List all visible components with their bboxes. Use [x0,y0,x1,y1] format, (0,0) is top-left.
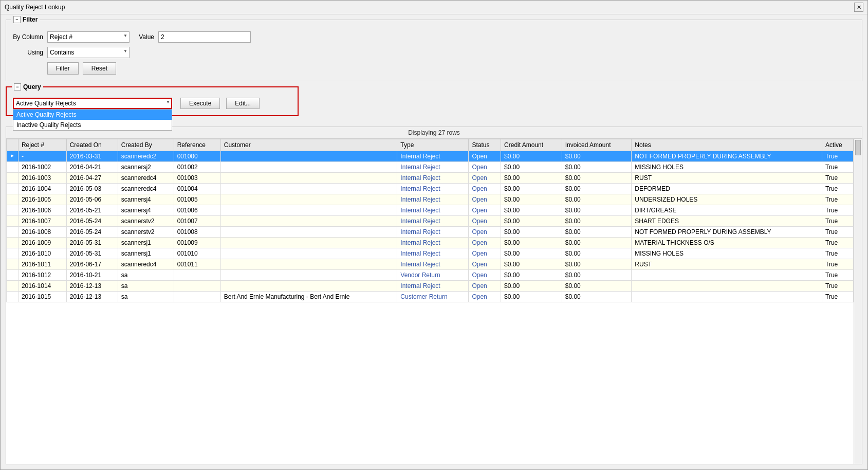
cell-credit: $0.00 [501,227,562,238]
cell-active: True [822,292,854,302]
cell-customer [220,162,397,173]
cell-status: Open [469,216,501,227]
cell-active: True [822,162,854,173]
cell-type: Internal Reject [397,173,469,184]
col-created-by[interactable]: Created By [118,139,174,151]
cell-notes: SHART EDGES [632,216,822,227]
cell-credit: $0.00 [501,205,562,216]
table-row[interactable]: 2016-10022016-04-21scannersj2001002Inter… [7,162,854,173]
table-row[interactable]: 2016-10092016-05-31scannersj1001009Inter… [7,238,854,248]
cell-type: Vendor Return [397,270,469,281]
table-row[interactable]: 2016-10082016-05-24scannerstv2001008Inte… [7,227,854,238]
table-scroll-area: Reject # Created On Created By Reference… [6,139,862,464]
col-type[interactable]: Type [397,139,469,151]
cell-invoiced: $0.00 [562,205,632,216]
cell-invoiced: $0.00 [562,248,632,259]
col-customer[interactable]: Customer [220,139,397,151]
col-status[interactable]: Status [469,139,501,151]
filter-buttons-row: Filter Reset [47,62,856,75]
cell-status: Open [469,227,501,238]
title-bar: Quality Reject Lookup ✕ [1,1,867,14]
table-row[interactable]: 2016-10112016-06-17scanneredc4001011Inte… [7,259,854,270]
table-row[interactable]: ►-2016-03-31scanneredc2001000Internal Re… [7,151,854,162]
row-arrow [7,259,19,270]
cell-reference: 001008 [174,227,220,238]
table-inner[interactable]: Reject # Created On Created By Reference… [6,139,854,464]
cell-notes: RUST [632,173,822,184]
cell-created_by: scanneredc4 [118,173,174,184]
row-arrow: ► [7,151,19,162]
table-row[interactable]: 2016-10122016-10-21saVendor ReturnOpen$0… [7,270,854,281]
dropdown-item-inactive[interactable]: Inactive Quality Rejects [13,120,172,130]
cell-created_by: scannersj4 [118,205,174,216]
cell-type: Internal Reject [397,216,469,227]
cell-notes [632,281,822,292]
cell-credit: $0.00 [501,238,562,248]
cell-credit: $0.00 [501,184,562,194]
cell-created_on: 2016-05-06 [66,194,118,205]
row-arrow [7,270,19,281]
col-notes[interactable]: Notes [632,139,822,151]
cell-created_on: 2016-05-21 [66,205,118,216]
cell-reject: 2016-1004 [18,184,66,194]
cell-reject: 2016-1014 [18,281,66,292]
cell-active: True [822,227,854,238]
execute-button[interactable]: Execute [180,98,220,109]
dropdown-item-active[interactable]: Active Quality Rejects [13,110,172,120]
cell-invoiced: $0.00 [562,194,632,205]
by-column-select[interactable]: Reject # Created On Created By Reference… [47,31,130,43]
col-credit[interactable]: Credit Amount [501,139,562,151]
cell-type: Internal Reject [397,162,469,173]
query-section-title: − Query [12,83,43,91]
table-row[interactable]: 2016-10142016-12-13saInternal RejectOpen… [7,281,854,292]
table-row[interactable]: 2016-10152016-12-13saBert And Ernie Manu… [7,292,854,302]
scrollbar[interactable] [854,139,862,464]
table-row[interactable]: 2016-10042016-05-03scanneredc4001004Inte… [7,184,854,194]
reset-button[interactable]: Reset [83,62,116,75]
col-reject[interactable]: Reject # [18,139,66,151]
row-arrow [7,292,19,302]
row-arrow [7,248,19,259]
filter-button[interactable]: Filter [47,62,79,75]
col-active[interactable]: Active [822,139,854,151]
cell-active: True [822,281,854,292]
table-row[interactable]: 2016-10072016-05-24scannerstv2001007Inte… [7,216,854,227]
cell-invoiced: $0.00 [562,259,632,270]
query-select[interactable]: Active Quality Rejects Inactive Quality … [13,98,172,109]
cell-reject: 2016-1007 [18,216,66,227]
cell-notes [632,292,822,302]
cell-created_by: scannersj1 [118,248,174,259]
cell-created_on: 2016-05-24 [66,227,118,238]
cell-invoiced: $0.00 [562,270,632,281]
cell-customer [220,216,397,227]
col-created-on[interactable]: Created On [66,139,118,151]
cell-created_on: 2016-06-17 [66,259,118,270]
filter-toggle[interactable]: − [13,16,21,23]
close-button[interactable]: ✕ [854,3,863,12]
cell-credit: $0.00 [501,216,562,227]
cell-credit: $0.00 [501,151,562,162]
cell-created_by: scannersj1 [118,238,174,248]
cell-reference: 001007 [174,216,220,227]
col-reference[interactable]: Reference [174,139,220,151]
cell-active: True [822,238,854,248]
cell-customer [220,184,397,194]
table-section: Displaying 27 rows Reject # Created On C… [6,126,862,464]
cell-active: True [822,194,854,205]
table-row[interactable]: 2016-10102016-05-31scannersj1001010Inter… [7,248,854,259]
cell-reference: 001003 [174,173,220,184]
using-select[interactable]: Contains Equals Starts With Ends With [47,47,130,58]
cell-created_by: scannersj2 [118,162,174,173]
value-input[interactable] [158,31,251,43]
cell-created_on: 2016-03-31 [66,151,118,162]
table-header-row: Reject # Created On Created By Reference… [7,139,854,151]
table-row[interactable]: 2016-10052016-05-06scannersj4001005Inter… [7,194,854,205]
cell-status: Open [469,259,501,270]
query-toggle[interactable]: − [14,83,21,91]
cell-reference: 001006 [174,205,220,216]
table-row[interactable]: 2016-10062016-05-21scannersj4001006Inter… [7,205,854,216]
col-invoiced[interactable]: Invoiced Amount [562,139,632,151]
edit-button[interactable]: Edit... [226,98,260,109]
table-row[interactable]: 2016-10032016-04-27scanneredc4001003Inte… [7,173,854,184]
cell-credit: $0.00 [501,194,562,205]
